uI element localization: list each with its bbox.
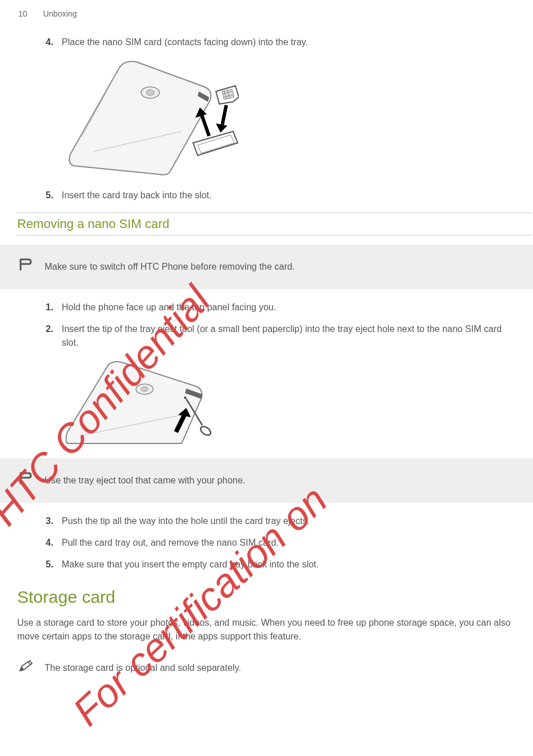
- svg-line-11: [28, 662, 30, 665]
- divider: [17, 213, 532, 213]
- list-number: 4.: [46, 35, 62, 49]
- list-number: 3.: [46, 514, 62, 528]
- list-item: 5. Make sure that you insert the empty c…: [46, 558, 515, 571]
- warning-icon: [18, 471, 33, 490]
- chapter-title: Unboxing: [43, 9, 77, 18]
- callout-text: Make sure to switch off HTC Phone before…: [45, 262, 295, 272]
- list-number: 1.: [46, 301, 62, 314]
- sim-insert-figure: [62, 57, 239, 177]
- list-item: 1. Hold the phone face up and the top pa…: [46, 301, 515, 314]
- list-item: 4. Place the nano SIM card (contacts fac…: [46, 35, 515, 49]
- callout-text: Use the tray eject tool that came with y…: [45, 475, 245, 486]
- divider: [17, 235, 532, 235]
- list-number: 5.: [46, 189, 62, 202]
- note-callout: The storage card is optional and sold se…: [0, 651, 533, 685]
- list-text: Hold the phone face up and the top panel…: [62, 301, 276, 314]
- list-number: 4.: [46, 536, 62, 550]
- svg-point-8: [141, 387, 148, 391]
- svg-point-10: [199, 425, 212, 437]
- section-heading: Storage card: [17, 587, 515, 607]
- body-paragraph: Use a storage card to store your photos,…: [17, 616, 515, 643]
- list-item: 4. Pull the card tray out, and remove th…: [46, 536, 515, 550]
- list-text: Pull the card tray out, and remove the n…: [62, 536, 279, 550]
- note-text: The storage card is optional and sold se…: [45, 663, 241, 673]
- eject-tool-figure: [62, 358, 216, 449]
- list-number: 2.: [46, 322, 62, 350]
- list-text: Make sure that you insert the empty card…: [62, 558, 319, 571]
- page-content: 4. Place the nano SIM card (contacts fac…: [0, 18, 533, 685]
- pencil-icon: [18, 659, 33, 677]
- svg-point-9: [184, 397, 186, 399]
- warning-callout: Make sure to switch off HTC Phone before…: [0, 245, 533, 289]
- list-item: 5. Insert the card tray back into the sl…: [46, 189, 515, 202]
- list-item: 3. Push the tip all the way into the hol…: [46, 514, 515, 528]
- list-text: Push the tip all the way into the hole u…: [62, 514, 310, 528]
- page-header: 10 Unboxing: [0, 0, 533, 18]
- subsection-heading: Removing a nano SIM card: [17, 217, 515, 231]
- list-text: Insert the tip of the tray eject tool (o…: [62, 322, 515, 350]
- list-text: Place the nano SIM card (contacts facing…: [62, 35, 308, 49]
- warning-icon: [18, 257, 33, 277]
- list-item: 2. Insert the tip of the tray eject tool…: [46, 322, 515, 350]
- info-callout: Use the tray eject tool that came with y…: [0, 458, 533, 503]
- page-number: 10: [18, 9, 27, 18]
- list-text: Insert the card tray back into the slot.: [62, 189, 211, 202]
- svg-point-1: [146, 90, 154, 95]
- list-number: 5.: [46, 558, 62, 571]
